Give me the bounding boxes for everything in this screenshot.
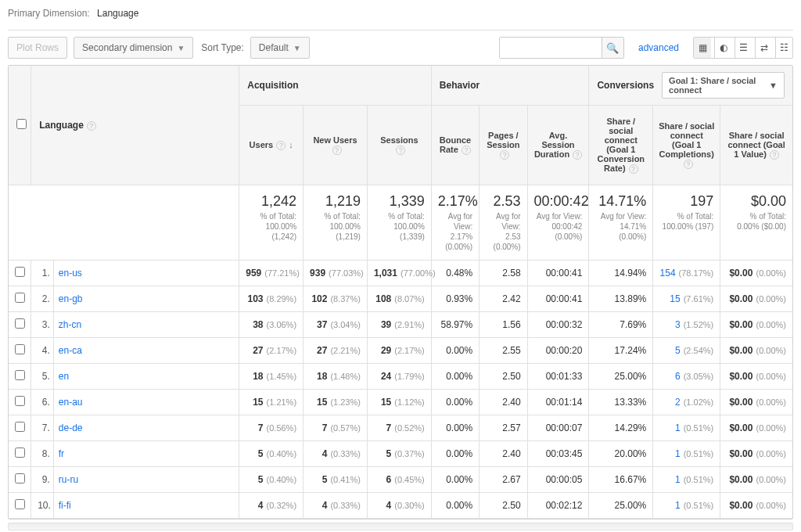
- cell-pps: 2.58: [480, 261, 527, 286]
- help-icon[interactable]: ?: [276, 141, 286, 150]
- cell-bounce: 58.97%: [431, 312, 479, 338]
- language-link[interactable]: fr: [59, 448, 64, 459]
- row-index: 5.: [31, 364, 54, 390]
- cell: $0.00(0.00%): [720, 467, 792, 493]
- row-name: fi-fi: [53, 493, 239, 519]
- help-icon[interactable]: ?: [462, 146, 471, 155]
- col-new-users[interactable]: New Users?: [304, 106, 368, 185]
- chevron-down-icon: ▼: [769, 81, 778, 90]
- help-icon[interactable]: ?: [770, 150, 779, 160]
- cell: $0.00(0.00%): [720, 338, 792, 364]
- row-checkbox-cell: [9, 286, 31, 312]
- horizontal-scrollbar[interactable]: [8, 523, 793, 530]
- help-icon[interactable]: ?: [629, 164, 638, 174]
- col-bounce[interactable]: Bounce Rate?: [431, 106, 479, 185]
- cell: 4(0.30%): [367, 493, 431, 519]
- cell: 27(2.17%): [239, 338, 304, 364]
- search-button[interactable]: 🔍: [602, 38, 623, 58]
- table-row: 9.ru-ru5(0.40%)5(0.41%)6(0.45%)0.00%2.67…: [9, 467, 792, 493]
- row-checkbox[interactable]: [15, 318, 25, 329]
- row-name: fr: [53, 441, 239, 467]
- language-link[interactable]: zh-cn: [59, 319, 81, 330]
- data-table: Language? Acquisition Behavior Conversio…: [8, 65, 793, 519]
- cell: 27(2.21%): [304, 338, 368, 364]
- language-link[interactable]: en-ca: [59, 345, 82, 356]
- secondary-dimension-button[interactable]: Secondary dimension▼: [74, 37, 193, 59]
- col-pps[interactable]: Pages / Session?: [480, 106, 527, 185]
- language-link[interactable]: en-au: [59, 397, 83, 408]
- col-sessions[interactable]: Sessions?: [367, 106, 431, 185]
- col-conv-rate[interactable]: Share / social connect (Goal 1 Conversio…: [589, 106, 653, 185]
- select-all-checkbox[interactable]: [16, 119, 27, 129]
- row-checkbox[interactable]: [15, 267, 25, 277]
- language-link[interactable]: en-gb: [59, 293, 83, 304]
- view-table-icon[interactable]: ▦: [694, 38, 711, 58]
- total-completions: 197% of Total: 100.00% (197): [653, 185, 720, 261]
- cell: 5(2.54%): [653, 338, 720, 364]
- view-pivot-icon[interactable]: ☷: [775, 38, 792, 58]
- cell: $0.00(0.00%): [720, 493, 792, 519]
- help-icon[interactable]: ?: [573, 150, 582, 160]
- table-row: 2.en-gb103(8.29%)102(8.37%)108(8.07%)0.9…: [9, 286, 792, 312]
- row-checkbox[interactable]: [15, 396, 25, 406]
- cell: 7(0.52%): [367, 415, 431, 441]
- language-link[interactable]: de-de: [59, 422, 83, 433]
- sort-desc-icon: ↓: [289, 140, 293, 149]
- total-bounce: 2.17%Avg for View: 2.17% (0.00%): [431, 185, 479, 261]
- cell-pps: 2.50: [480, 364, 527, 390]
- language-link[interactable]: en: [59, 371, 69, 382]
- view-pie-icon[interactable]: ◐: [714, 38, 731, 58]
- cell-bounce: 0.93%: [431, 286, 479, 312]
- cell-bounce: 0.00%: [431, 493, 479, 519]
- cell-conv-rate: 13.33%: [589, 390, 653, 415]
- row-checkbox[interactable]: [15, 344, 25, 354]
- row-index: 3.: [31, 312, 54, 338]
- goal-selector[interactable]: Goal 1: Share / social connect▼: [662, 72, 785, 99]
- help-icon[interactable]: ?: [332, 146, 342, 155]
- primary-column-header[interactable]: Language?: [31, 66, 239, 185]
- view-performance-icon[interactable]: ☰: [735, 38, 752, 58]
- col-users[interactable]: Users?↓: [239, 106, 304, 185]
- help-icon[interactable]: ?: [500, 150, 509, 160]
- cell: $0.00(0.00%): [720, 312, 792, 338]
- help-icon[interactable]: ?: [87, 121, 96, 131]
- table-row: 1.en-us959(77.21%)939(77.03%)1,031(77.00…: [9, 261, 792, 286]
- col-value[interactable]: Share / social connect (Goal 1 Value)?: [720, 106, 792, 185]
- cell-duration: 00:03:45: [527, 441, 589, 467]
- group-behavior: Behavior: [431, 66, 589, 106]
- language-link[interactable]: fi-fi: [59, 500, 71, 511]
- view-comparison-icon[interactable]: ⇄: [755, 38, 772, 58]
- cell-pps: 2.42: [480, 286, 527, 312]
- row-checkbox[interactable]: [15, 448, 25, 458]
- row-checkbox[interactable]: [15, 293, 25, 303]
- cell: 1,031(77.00%): [367, 261, 431, 286]
- col-duration[interactable]: Avg. Session Duration?: [527, 106, 589, 185]
- help-icon[interactable]: ?: [684, 160, 693, 169]
- cell: $0.00(0.00%): [720, 261, 792, 286]
- row-name: en: [53, 364, 239, 390]
- table-row: 7.de-de7(0.56%)7(0.57%)7(0.52%)0.00%2.57…: [9, 415, 792, 441]
- cell-bounce: 0.00%: [431, 441, 479, 467]
- cell: 3(1.52%): [653, 312, 720, 338]
- col-completions[interactable]: Share / social connect (Goal 1 Completio…: [653, 106, 720, 185]
- cell: 4(0.33%): [304, 493, 368, 519]
- cell: 7(0.56%): [239, 415, 304, 441]
- cell: 1(0.51%): [653, 467, 720, 493]
- row-checkbox[interactable]: [15, 473, 25, 483]
- row-checkbox[interactable]: [15, 499, 25, 509]
- advanced-link[interactable]: advanced: [638, 42, 679, 53]
- cell: 5(0.41%): [304, 467, 368, 493]
- cell: 108(8.07%): [367, 286, 431, 312]
- sort-type-button[interactable]: Default▼: [250, 37, 310, 59]
- language-link[interactable]: en-us: [59, 268, 82, 279]
- cell-bounce: 0.00%: [431, 467, 479, 493]
- help-icon[interactable]: ?: [396, 146, 405, 155]
- cell: 6(0.45%): [367, 467, 431, 493]
- cell-bounce: 0.00%: [431, 338, 479, 364]
- primary-dimension-value[interactable]: Language: [97, 8, 138, 23]
- cell-conv-rate: 17.24%: [589, 338, 653, 364]
- row-checkbox[interactable]: [15, 422, 25, 432]
- search-input[interactable]: [500, 38, 602, 58]
- row-checkbox[interactable]: [15, 370, 25, 380]
- language-link[interactable]: ru-ru: [59, 474, 78, 485]
